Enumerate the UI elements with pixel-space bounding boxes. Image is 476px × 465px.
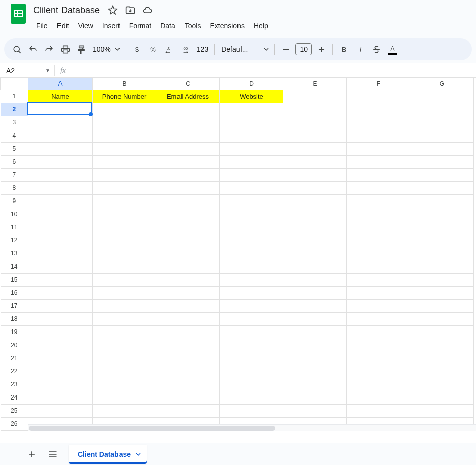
- cell[interactable]: [93, 181, 156, 194]
- bold-icon[interactable]: B: [336, 42, 351, 57]
- cell[interactable]: [93, 286, 156, 299]
- cell[interactable]: [156, 168, 220, 181]
- cell[interactable]: [410, 299, 474, 312]
- cell[interactable]: [93, 221, 156, 234]
- cell[interactable]: [283, 168, 347, 181]
- cell[interactable]: [220, 194, 283, 208]
- cell[interactable]: [28, 325, 93, 339]
- cell[interactable]: [93, 168, 156, 181]
- cell[interactable]: [283, 247, 347, 260]
- cell[interactable]: [283, 365, 347, 378]
- zoom-dropdown[interactable]: 100%: [90, 45, 122, 53]
- cell[interactable]: [156, 234, 220, 247]
- font-family-dropdown[interactable]: Defaul...: [218, 45, 271, 53]
- cell[interactable]: [93, 339, 156, 352]
- text-color-icon[interactable]: A: [385, 42, 400, 57]
- move-icon[interactable]: [123, 3, 137, 17]
- cell[interactable]: [283, 391, 347, 404]
- font-size-input[interactable]: [295, 43, 312, 55]
- cell[interactable]: [28, 221, 93, 234]
- cell[interactable]: [410, 247, 474, 260]
- cell[interactable]: [347, 286, 410, 299]
- cell[interactable]: [220, 339, 283, 352]
- cell[interactable]: [28, 273, 93, 286]
- cell[interactable]: [220, 325, 283, 339]
- cell[interactable]: [28, 103, 93, 116]
- cell[interactable]: [347, 234, 410, 247]
- menu-format[interactable]: Format: [125, 20, 155, 32]
- spreadsheet-grid[interactable]: ABCDEFG1NamePhone NumberEmail AddressWeb…: [0, 78, 476, 431]
- row-header[interactable]: 20: [1, 339, 28, 352]
- cell[interactable]: [283, 286, 347, 299]
- cell[interactable]: Phone Number: [93, 90, 156, 103]
- cell[interactable]: [410, 142, 474, 155]
- cell[interactable]: [347, 365, 410, 378]
- row-header[interactable]: 3: [1, 116, 28, 129]
- cell[interactable]: [220, 404, 283, 417]
- cell[interactable]: [347, 155, 410, 168]
- column-header[interactable]: C: [156, 78, 220, 90]
- cell[interactable]: [220, 103, 283, 116]
- cell[interactable]: [347, 339, 410, 352]
- cell[interactable]: [28, 404, 93, 417]
- star-icon[interactable]: [106, 3, 120, 17]
- row-header[interactable]: 24: [1, 391, 28, 404]
- column-header[interactable]: G: [410, 78, 474, 90]
- cell[interactable]: [93, 299, 156, 312]
- cell[interactable]: [93, 352, 156, 365]
- cell[interactable]: [220, 142, 283, 155]
- row-header[interactable]: 23: [1, 378, 28, 391]
- cell[interactable]: [156, 208, 220, 221]
- row-header[interactable]: 25: [1, 404, 28, 417]
- horizontal-scrollbar[interactable]: [28, 424, 476, 431]
- cell[interactable]: [283, 194, 347, 208]
- cell[interactable]: [410, 116, 474, 129]
- cell[interactable]: [156, 299, 220, 312]
- cell[interactable]: [156, 221, 220, 234]
- cell[interactable]: [156, 273, 220, 286]
- sheets-logo[interactable]: [4, 1, 32, 26]
- cell[interactable]: [347, 142, 410, 155]
- cell[interactable]: [156, 339, 220, 352]
- currency-icon[interactable]: $: [130, 42, 145, 57]
- paint-format-icon[interactable]: [74, 42, 89, 57]
- cell[interactable]: [93, 365, 156, 378]
- cell[interactable]: [347, 273, 410, 286]
- cell[interactable]: [156, 378, 220, 391]
- cell[interactable]: [220, 299, 283, 312]
- cell[interactable]: [93, 194, 156, 208]
- cell[interactable]: Email Address: [156, 90, 220, 103]
- row-header[interactable]: 8: [1, 181, 28, 194]
- cell[interactable]: [28, 365, 93, 378]
- cell[interactable]: [410, 352, 474, 365]
- row-header[interactable]: 16: [1, 286, 28, 299]
- decrease-decimal-icon[interactable]: .0: [162, 42, 177, 57]
- menu-extensions[interactable]: Extensions: [206, 20, 248, 32]
- cell[interactable]: [220, 378, 283, 391]
- cell[interactable]: [93, 312, 156, 325]
- cell[interactable]: [347, 90, 410, 103]
- cell[interactable]: [347, 299, 410, 312]
- chevron-down-icon[interactable]: [136, 452, 141, 457]
- search-menus-icon[interactable]: [9, 42, 24, 57]
- cell[interactable]: [410, 194, 474, 208]
- row-header[interactable]: 10: [1, 208, 28, 221]
- row-header[interactable]: 6: [1, 155, 28, 168]
- document-title[interactable]: Clilent Database: [32, 4, 103, 17]
- column-header[interactable]: D: [220, 78, 283, 90]
- menu-help[interactable]: Help: [250, 20, 272, 32]
- all-sheets-icon[interactable]: [43, 445, 63, 464]
- cell[interactable]: [93, 260, 156, 273]
- cell[interactable]: [347, 168, 410, 181]
- cell[interactable]: [220, 260, 283, 273]
- cell[interactable]: [93, 208, 156, 221]
- cell[interactable]: [220, 168, 283, 181]
- cell[interactable]: [283, 155, 347, 168]
- cell[interactable]: [347, 208, 410, 221]
- cell[interactable]: [410, 155, 474, 168]
- cell[interactable]: [28, 352, 93, 365]
- cell[interactable]: [220, 365, 283, 378]
- row-header[interactable]: 19: [1, 325, 28, 339]
- cell[interactable]: [347, 391, 410, 404]
- cell[interactable]: [410, 103, 474, 116]
